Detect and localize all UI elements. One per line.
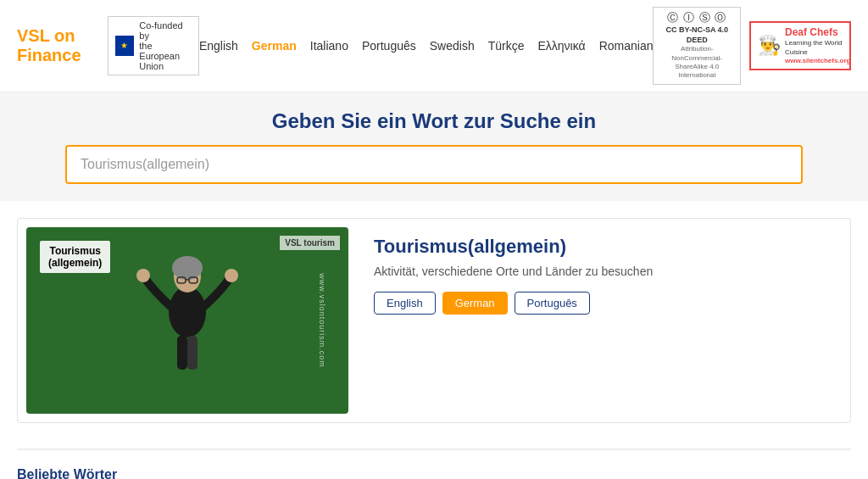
language-buttons: English German Português [374, 292, 842, 315]
lang-button-german[interactable]: German [442, 292, 508, 315]
term-description: Aktivität, verschiedene Orte und Länder … [374, 265, 842, 278]
eu-text: Co-funded by the European Union [139, 20, 192, 71]
term-section: Tourismus(allgemein) VSL tourism [17, 218, 851, 423]
deaf-chefs-sub: Learning the World Cuisine [785, 39, 851, 57]
deaf-chefs-title: Deaf Chefs [785, 26, 851, 40]
search-input[interactable] [65, 145, 803, 184]
nav-portugues[interactable]: Português [362, 39, 416, 53]
cc-sub: Attribution-NonCommercial-ShareAlike 4.0… [660, 45, 733, 81]
video-thumbnail[interactable]: Tourismus(allgemein) VSL tourism [26, 227, 348, 414]
svg-rect-8 [177, 336, 187, 370]
deaf-chefs-badge: 👨‍🍳 Deaf Chefs Learning the World Cuisin… [749, 21, 851, 71]
person-silhouette [120, 236, 255, 405]
nav-greek[interactable]: Ελληνικά [537, 39, 585, 53]
lang-button-portugues[interactable]: Português [515, 292, 590, 315]
right-badges: Ⓒ Ⓘ Ⓢ Ⓞ CC BY-NC-SA 4.0 DEED Attribution… [653, 7, 851, 85]
deaf-chefs-url: www.silentchefs.org [785, 57, 851, 65]
svg-rect-9 [187, 336, 198, 370]
search-title: Geben Sie ein Wort zur Suche ein [17, 109, 851, 133]
main-nav: English German Italiano Português Swedis… [199, 39, 654, 53]
video-label: Tourismus(allgemein) [40, 241, 110, 273]
cc-text: CC BY-NC-SA 4.0 DEED [660, 25, 733, 45]
vsl-watermark: VSL tourism [280, 236, 340, 250]
popular-section: Beliebte Wörter ObstAuszeichnung für das… [17, 448, 851, 479]
cc-badge: Ⓒ Ⓘ Ⓢ Ⓞ CC BY-NC-SA 4.0 DEED Attribution… [653, 7, 741, 85]
nav-romanian[interactable]: Romanian [599, 39, 654, 53]
popular-title: Beliebte Wörter [17, 467, 851, 479]
svg-point-2 [172, 256, 203, 280]
chef-hat-icon: 👨‍🍳 [758, 34, 781, 58]
logo-area: VSL on Finance ★ Co-funded by the Europe… [17, 16, 199, 75]
nav-turkce[interactable]: Türkçe [488, 39, 525, 53]
cc-icons: Ⓒ Ⓘ Ⓢ Ⓞ [660, 11, 733, 25]
term-info: Tourismus(allgemein) Aktivität, verschie… [374, 227, 842, 414]
lang-button-english[interactable]: English [374, 292, 436, 315]
search-section: Geben Sie ein Wort zur Suche ein [0, 92, 868, 201]
eu-badge: ★ Co-funded by the European Union [108, 16, 199, 75]
svg-point-6 [136, 269, 150, 282]
nav-german[interactable]: German [252, 39, 297, 53]
logo: VSL on Finance [17, 26, 99, 65]
term-title: Tourismus(allgemein) [374, 236, 842, 258]
eu-flag-icon: ★ [115, 36, 135, 56]
nav-italiano[interactable]: Italiano [310, 39, 348, 53]
top-nav: VSL on Finance ★ Co-funded by the Europe… [0, 0, 868, 92]
content-area: Tourismus(allgemein) VSL tourism [0, 201, 868, 479]
nav-swedish[interactable]: Swedish [430, 39, 475, 53]
website-watermark: www.vslontourism.com [318, 273, 326, 368]
svg-point-0 [169, 287, 206, 337]
nav-english[interactable]: English [199, 39, 238, 53]
svg-point-7 [225, 269, 238, 282]
logo-text: VSL on Finance [17, 26, 81, 64]
